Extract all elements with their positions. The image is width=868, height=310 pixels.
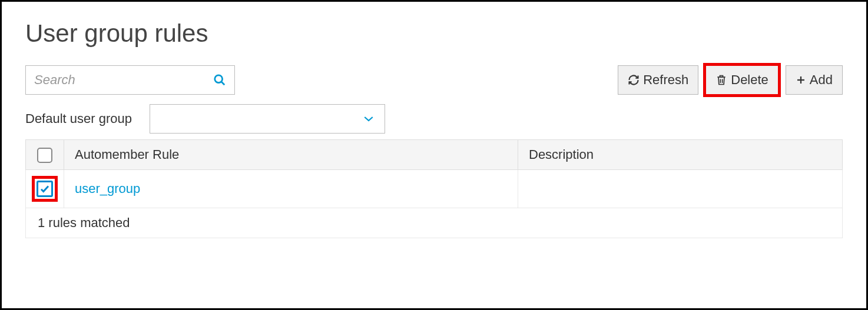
delete-button[interactable]: Delete [705, 65, 778, 95]
refresh-button[interactable]: Refresh [618, 65, 698, 95]
select-all-header[interactable] [26, 140, 64, 170]
trash-icon [715, 74, 727, 86]
add-label: Add [810, 72, 833, 88]
action-buttons: Refresh Delete Add [618, 65, 843, 95]
svg-point-0 [215, 75, 223, 83]
delete-label: Delete [731, 72, 768, 88]
search-input[interactable] [34, 72, 213, 88]
rule-link[interactable]: user_group [75, 181, 140, 196]
default-group-select[interactable] [150, 104, 385, 134]
rules-table: Automember Rule Description user_group [25, 139, 843, 238]
row-checkbox[interactable] [37, 181, 53, 197]
default-group-row: Default user group [25, 104, 843, 134]
plus-icon [796, 75, 806, 85]
column-description[interactable]: Description [518, 140, 843, 170]
chevron-down-icon [363, 115, 374, 122]
match-count: 1 rules matched [26, 208, 843, 238]
row-checkbox-highlight [32, 176, 58, 202]
search-box[interactable] [25, 65, 235, 95]
page-title: User group rules [25, 19, 843, 48]
refresh-icon [628, 74, 640, 86]
table-footer: 1 rules matched [26, 208, 843, 238]
svg-line-1 [221, 82, 225, 85]
row-description-cell [518, 170, 843, 208]
toolbar: Refresh Delete Add [25, 65, 843, 95]
default-group-label: Default user group [25, 111, 132, 126]
search-icon[interactable] [213, 74, 226, 86]
add-button[interactable]: Add [786, 65, 843, 95]
refresh-label: Refresh [643, 72, 688, 88]
table-row: user_group [26, 170, 843, 208]
row-select-cell[interactable] [26, 170, 64, 208]
select-all-checkbox[interactable] [37, 148, 52, 163]
row-rule-cell: user_group [64, 170, 518, 208]
column-rule[interactable]: Automember Rule [64, 140, 518, 170]
